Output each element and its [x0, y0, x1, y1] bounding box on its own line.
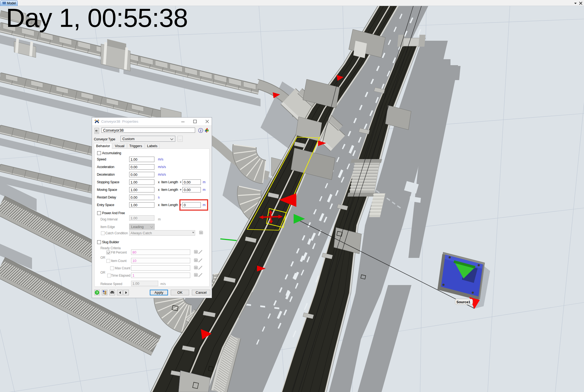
- svg-text:?: ?: [96, 291, 98, 294]
- svg-text:i: i: [200, 129, 201, 132]
- svg-text:Source1: Source1: [456, 300, 470, 304]
